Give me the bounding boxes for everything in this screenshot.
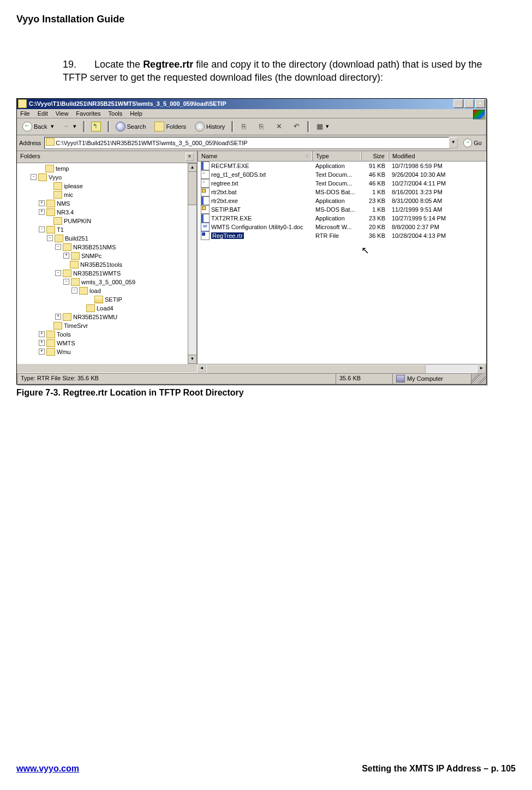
back-button[interactable]: Back ▾ [19,120,57,133]
tree-item[interactable]: +NR35B251WMU [17,313,197,321]
expand-toggle[interactable]: - [39,226,45,232]
folders-pane-close[interactable]: × [186,153,194,161]
tree-item[interactable]: -Vyyo [17,173,197,182]
horizontal-scrollbar[interactable]: ◄ ► [197,364,486,373]
tree-item[interactable]: -NR35B251WMTS [17,269,197,278]
hscroll-right[interactable]: ► [477,364,486,373]
expand-toggle[interactable]: - [55,244,61,250]
file-row[interactable]: RECFMT.EXEApplication91 KB10/7/1998 6:59… [198,161,486,170]
file-row[interactable]: SETIP.BATMS-DOS Bat...1 KB11/2/1999 9:51… [198,205,486,214]
file-row[interactable]: RegTree.rtrRTR File36 KB10/28/2004 4:13 … [198,231,486,240]
file-list[interactable]: RECFMT.EXEApplication91 KB10/7/1998 6:59… [198,161,486,364]
tree-item[interactable]: +SNMPc [17,252,197,260]
search-button[interactable]: Search [112,120,150,133]
file-type: MS-DOS Bat... [312,206,361,213]
undo-button[interactable]: ↶ [289,121,304,133]
tree-item[interactable]: temp [17,164,197,173]
back-label: Back [34,123,47,130]
move-to-button[interactable]: ⎘ [236,121,252,133]
tree-item[interactable]: PUMPKIN [17,217,197,225]
tree-item[interactable]: -load [17,286,197,295]
hscroll-thumb[interactable] [206,364,426,374]
expand-toggle[interactable]: - [71,288,77,294]
file-row[interactable]: reg_t1_esf_60DS.txtText Docum...46 KB9/2… [198,170,486,179]
maximize-button[interactable]: □ [464,99,474,108]
menu-file[interactable]: File [20,110,30,117]
delete-button[interactable]: ✕ [271,121,286,133]
col-name[interactable]: Name△ [198,151,312,161]
file-row[interactable]: WMTS Configuration Utility0-1.docMicroso… [198,223,486,231]
tree-item[interactable]: Load4 [17,304,197,313]
window-title: C:\Vyyo\T1\Build251\NR35B251WMTS\wmts_3_… [29,100,453,107]
folders-button[interactable]: Folders [151,120,189,133]
expand-toggle[interactable]: + [55,314,61,320]
column-headers[interactable]: Name△ Type Size Modified [198,151,486,161]
tree-item[interactable]: +WMTS [17,339,197,348]
folder-tree[interactable]: ▲ ▼ temp-Vyyoipleasemic+NMS+NR3.4PUMPKIN… [17,163,197,364]
separator [83,121,85,132]
up-button[interactable] [88,120,104,133]
menu-view[interactable]: View [56,110,69,117]
forward-button[interactable]: ▾ [59,121,80,133]
expand-toggle[interactable]: + [39,331,45,337]
col-size[interactable]: Size [361,151,388,161]
expand-toggle[interactable]: + [39,349,45,355]
history-button[interactable]: History [192,120,228,133]
titlebar[interactable]: C:\Vyyo\T1\Build251\NR35B251WMTS\wmts_3_… [17,99,486,109]
expand-toggle[interactable]: - [31,174,37,180]
expand-toggle[interactable]: + [39,340,45,346]
mouse-cursor-icon: ↖ [361,244,369,256]
doc-file-icon [201,223,210,231]
col-type[interactable]: Type [312,151,361,161]
tree-scroll-down[interactable]: ▼ [188,355,197,364]
tree-item[interactable]: -NR35B251NMS [17,243,197,252]
copy-to-button[interactable]: ⎘ [254,121,269,133]
folder-icon [53,191,62,199]
tree-item[interactable]: NR35B251tools [17,260,197,269]
close-button[interactable]: × [475,99,485,108]
tree-scroll-thumb[interactable] [188,171,197,205]
menu-tools[interactable]: Tools [109,110,123,117]
expand-toggle[interactable]: + [63,253,69,259]
col-modified[interactable]: Modified [388,151,486,161]
menu-help[interactable]: Help [130,110,142,117]
file-row[interactable]: rtr2txt.batMS-DOS Bat...1 KB8/16/2001 3:… [198,188,486,196]
tree-item[interactable]: -Build251 [17,234,197,243]
expand-toggle[interactable]: - [55,270,61,276]
file-row[interactable]: regtree.txtText Docum...46 KB10/27/2004 … [198,179,486,188]
tree-label: Load4 [97,305,113,312]
tree-item[interactable]: SETIP [17,295,197,304]
tree-item[interactable]: -T1 [17,225,197,234]
footer-link[interactable]: www.vyyo.com [16,764,79,774]
tree-item[interactable]: +NR3.4 [17,208,197,217]
file-size: 23 KB [361,198,388,204]
resize-grip[interactable] [471,373,486,384]
address-input[interactable] [44,137,449,149]
file-row[interactable]: TXT2RTR.EXEApplication23 KB10/27/1999 5:… [198,214,486,223]
expand-toggle[interactable]: - [47,235,53,241]
file-size: 36 KB [361,232,388,239]
folder-icon [46,200,55,207]
address-dropdown[interactable]: ▼ [449,137,458,148]
views-button[interactable]: ▦▾ [312,121,332,133]
go-button[interactable]: Go [461,138,484,148]
folder-icon [18,99,27,108]
menu-favorites[interactable]: Favorites [76,110,100,117]
minimize-button[interactable]: _ [453,99,463,108]
expand-toggle[interactable]: - [63,279,69,285]
expand-toggle[interactable]: + [39,209,45,215]
menu-edit[interactable]: Edit [38,110,48,117]
tree-item[interactable]: -wmts_3_5_000_059 [17,278,197,286]
tree-item[interactable]: +NMS [17,199,197,208]
txt-file-icon [201,170,210,179]
tree-item[interactable]: +Wmu [17,348,197,356]
expand-toggle[interactable]: + [39,200,45,206]
tree-item[interactable]: TimeSrvr [17,321,197,330]
tree-item[interactable]: mic [17,190,197,199]
file-type: Microsoft W... [312,224,361,230]
file-row[interactable]: rtr2txt.exeApplication23 KB8/31/2000 8:0… [198,196,486,205]
hscroll-left[interactable]: ◄ [197,364,206,373]
folder-icon [46,208,55,216]
tree-item[interactable]: +Tools [17,330,197,339]
tree-item[interactable]: iplease [17,182,197,190]
